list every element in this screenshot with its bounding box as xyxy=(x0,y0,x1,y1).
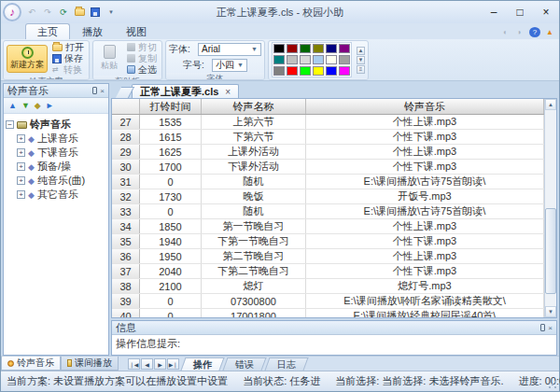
color-swatch[interactable] xyxy=(300,55,311,64)
color-swatch[interactable] xyxy=(313,66,324,76)
color-swatch[interactable] xyxy=(339,66,350,76)
expand-icon[interactable]: + xyxy=(17,190,25,199)
expand-icon[interactable]: + xyxy=(17,148,25,157)
new-scheme-button[interactable]: 新建方案 xyxy=(7,45,48,73)
color-swatch[interactable] xyxy=(273,66,285,76)
table-row[interactable]: 271535上第六节个性上课.mp3 xyxy=(112,115,544,130)
color-swatch[interactable] xyxy=(273,44,285,53)
add-music-icon[interactable]: ◆ xyxy=(35,102,41,110)
tab-home[interactable]: 主页 xyxy=(25,23,70,39)
table-row[interactable]: 372040下第二节晚自习个性下课.mp3 xyxy=(112,264,544,279)
table-row[interactable]: 301700下课外活动个性下课.mp3 xyxy=(112,160,544,175)
color-swatch[interactable] xyxy=(287,55,298,64)
last-tab-icon[interactable]: ▶❘ xyxy=(167,358,179,370)
tree-root[interactable]: − 铃声音乐 xyxy=(6,118,106,132)
pin-icon[interactable] xyxy=(92,87,97,94)
color-swatch[interactable] xyxy=(313,55,324,64)
sidebar-tab-interclass-play[interactable]: 课间播放 xyxy=(61,357,119,371)
col-header-music[interactable]: 铃声音乐 xyxy=(306,99,544,114)
color-swatch[interactable] xyxy=(300,44,311,53)
undo-icon[interactable]: ↶ xyxy=(25,7,38,19)
table-row[interactable]: 291625上课外活动个性上课.mp3 xyxy=(112,145,544,160)
convert-button[interactable]: ⇄转换 xyxy=(50,64,86,75)
color-swatch[interactable] xyxy=(273,55,285,64)
close-icon[interactable]: × xyxy=(548,324,553,332)
open-icon[interactable] xyxy=(73,7,86,19)
collapse-ribbon-icon[interactable]: ▲ xyxy=(544,27,555,37)
document-tab[interactable]: 正常上课夏季.cls × xyxy=(132,84,239,98)
tree-item[interactable]: +◆下课音乐 xyxy=(6,146,106,160)
resize-grip[interactable] xyxy=(548,380,557,389)
color-swatch[interactable] xyxy=(326,44,337,53)
refresh-icon[interactable]: ⟳ xyxy=(57,7,70,19)
table-row[interactable]: 310随机E:\课间播放\古诗75首朗读\ xyxy=(112,175,544,189)
save-icon[interactable] xyxy=(89,7,102,19)
collapse-icon[interactable]: − xyxy=(6,120,14,129)
table-row[interactable]: 39007300800E:\课间播放\聆听名家诵读精美散文\ xyxy=(112,294,544,309)
table-row[interactable]: 281615下第六节个性下课.mp3 xyxy=(112,130,544,145)
table-row[interactable]: 321730晚饭开饭号.mp3 xyxy=(112,189,544,204)
prev-tab-icon[interactable]: ◀ xyxy=(141,358,153,370)
move-down-icon[interactable]: ▼ xyxy=(21,102,30,110)
bottom-tab-log[interactable]: 日志 xyxy=(264,357,308,371)
color-swatch[interactable] xyxy=(326,55,337,64)
color-swatch[interactable] xyxy=(300,66,311,76)
scroll-down-icon[interactable]: ▼ xyxy=(545,306,556,317)
next-tab-icon[interactable]: ▶ xyxy=(154,358,166,370)
cut-button[interactable]: 剪切 xyxy=(125,42,159,52)
scroll-up-icon[interactable]: ▲ xyxy=(545,99,556,110)
tree-item[interactable]: +◆上课音乐 xyxy=(6,132,106,146)
first-tab-icon[interactable]: ❘◀ xyxy=(128,358,140,370)
copy-button[interactable]: 复制 xyxy=(125,53,159,63)
tab-close-icon[interactable]: × xyxy=(225,87,231,97)
palette-down-icon[interactable]: ▼ xyxy=(357,56,365,64)
table-row[interactable]: 40017001800E:\课间播放\经典校园民谣40首\ xyxy=(112,309,544,317)
expand-icon[interactable]: + xyxy=(17,134,25,143)
color-swatch[interactable] xyxy=(287,44,298,53)
tree-item[interactable]: +◆其它音乐 xyxy=(6,188,106,202)
help-icon[interactable]: ? xyxy=(529,27,540,37)
select-all-button[interactable]: 全选 xyxy=(125,64,159,75)
color-swatch[interactable] xyxy=(326,66,337,76)
table-row[interactable]: 351940下第一节晚自习个性下课.mp3 xyxy=(112,234,544,249)
expand-icon[interactable]: + xyxy=(17,176,25,185)
scrollbar-thumb[interactable] xyxy=(545,208,556,294)
sidebar-tab-bell-music[interactable]: 铃声音乐 xyxy=(1,357,61,371)
col-header-name[interactable]: 铃声名称 xyxy=(202,99,306,114)
minimize-button[interactable]: – xyxy=(481,2,507,22)
expand-icon[interactable]: + xyxy=(17,162,25,171)
close-icon[interactable]: × xyxy=(100,87,105,95)
volume-icon[interactable]: ◗ xyxy=(514,27,525,37)
mute-icon[interactable]: ◖ xyxy=(499,27,511,37)
font-size-select[interactable]: 小四 ▼ xyxy=(212,59,247,72)
save-scheme-button[interactable]: 保存 xyxy=(50,53,86,63)
maximize-button[interactable]: □ xyxy=(507,2,533,22)
pin-icon[interactable] xyxy=(540,324,545,331)
table-row[interactable]: 382100熄灯熄灯号.mp3 xyxy=(112,279,544,294)
tree-item[interactable]: +◆纯音乐(曲) xyxy=(6,174,106,188)
play-music-icon[interactable]: ► xyxy=(46,102,54,110)
table-row[interactable]: 341850第一节晚自习个性上课.mp3 xyxy=(112,219,544,234)
color-swatch[interactable] xyxy=(339,44,350,53)
color-swatch[interactable] xyxy=(313,44,324,53)
tree-item[interactable]: +◆预备/操 xyxy=(6,160,106,174)
color-swatch[interactable] xyxy=(339,55,350,64)
vertical-scrollbar[interactable]: ▲ ▼ xyxy=(544,99,556,317)
move-up-icon[interactable]: ▲ xyxy=(8,102,17,110)
table-row[interactable]: 330随机E:\课间播放\古诗75首朗读\ xyxy=(112,204,544,219)
paste-button[interactable]: 粘贴 xyxy=(96,45,122,73)
tab-play[interactable]: 播放 xyxy=(71,24,114,39)
font-name-select[interactable]: Arial ▼ xyxy=(198,43,261,56)
redo-icon[interactable]: ↷ xyxy=(41,7,54,19)
bottom-tab-errors[interactable]: 错误 xyxy=(222,357,266,371)
color-swatch[interactable] xyxy=(287,66,298,76)
bottom-tab-operation[interactable]: 操作 xyxy=(180,357,224,371)
qat-dropdown-icon[interactable]: ▼ xyxy=(105,7,118,19)
tab-view[interactable]: 视图 xyxy=(115,24,158,39)
close-button[interactable]: × xyxy=(533,2,559,22)
table-row[interactable]: 361950第二节晚自习个性上课.mp3 xyxy=(112,249,544,264)
open-scheme-button[interactable]: 打开 xyxy=(50,42,86,52)
col-header-time[interactable]: 打铃时间 xyxy=(140,99,202,114)
palette-more-icon[interactable]: ≡ xyxy=(357,65,365,74)
palette-up-icon[interactable]: ▲ xyxy=(357,47,365,55)
